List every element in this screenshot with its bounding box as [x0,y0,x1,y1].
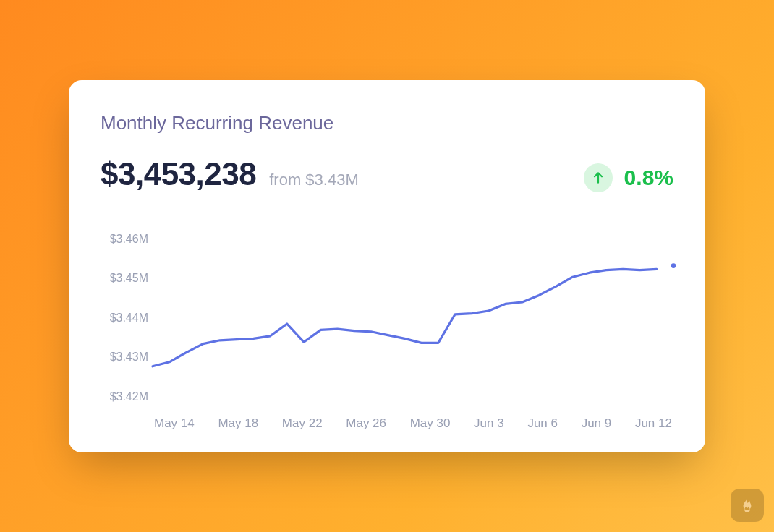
y-tick: $3.46M [101,233,148,246]
mrr-line [153,269,657,366]
current-value: $3,453,238 [101,156,256,192]
x-tick: Jun 3 [474,416,504,431]
mrr-card: Monthly Recurring Revenue $3,453,238 fro… [69,80,705,452]
x-axis: May 14May 18May 22May 26May 30Jun 3Jun 6… [153,416,673,431]
x-tick: May 22 [282,416,323,431]
x-tick: May 30 [410,416,451,431]
y-tick: $3.44M [101,312,148,325]
plot-area [153,233,673,406]
x-tick: Jun 9 [582,416,612,431]
x-tick: Jun 12 [635,416,672,431]
previous-value-text: from $3.43M [269,171,359,189]
change-percent: 0.8% [624,166,673,190]
x-tick: May 18 [218,416,258,431]
x-tick: May 26 [346,416,386,431]
x-tick: Jun 6 [527,416,558,431]
y-axis: $3.46M$3.45M$3.44M$3.43M$3.42M [101,233,148,406]
arrow-up-icon [584,163,613,192]
stat-row: $3,453,238 from $3.43M 0.8% [101,156,673,192]
change-indicator: 0.8% [584,163,673,192]
flame-icon [731,489,764,522]
card-title: Monthly Recurring Revenue [101,112,673,134]
y-tick: $3.43M [101,351,148,364]
stat-left: $3,453,238 from $3.43M [101,156,359,192]
chart: $3.46M$3.45M$3.44M$3.43M$3.42M May 14May… [101,233,673,431]
y-tick: $3.42M [101,390,148,403]
x-tick: May 14 [154,416,195,431]
last-point-dot [671,263,676,268]
y-tick: $3.45M [101,272,148,285]
